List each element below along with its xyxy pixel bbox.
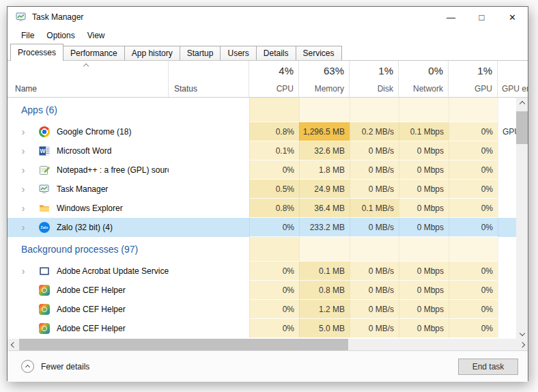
process-list: Apps (6)›Google Chrome (18)0.8%1,296.5 M… — [8, 98, 516, 339]
tab-processes[interactable]: Processes — [10, 44, 63, 61]
process-name: Adobe Acrobat Update Service (... — [57, 266, 169, 276]
column-header-status[interactable]: Status — [169, 61, 249, 97]
cpu-cell: 0% — [249, 281, 299, 300]
network-cell: 0 Mbps — [399, 319, 449, 338]
table-row[interactable]: ›Adobe CEF Helper0%5.0 MB0 MB/s0 Mbps0% — [8, 319, 516, 338]
network-cell: 0 Mbps — [399, 218, 449, 237]
tab-startup[interactable]: Startup — [180, 46, 221, 60]
gpu-engine-cell — [498, 218, 516, 237]
section-label-cell: Background processes (97) — [8, 237, 169, 262]
section-header-row[interactable]: Apps (6) — [8, 98, 516, 122]
network-cell: 0.1 Mbps — [399, 122, 449, 141]
gpu-engine-cell — [498, 199, 516, 218]
disk-cell — [350, 98, 399, 122]
close-button[interactable]: ✕ — [497, 7, 528, 27]
table-row[interactable]: ›Windows Explorer0.8%36.4 MB0.1 MB/s0 Mb… — [8, 199, 516, 218]
scroll-right-button[interactable] — [516, 339, 528, 350]
memory-cell: 1.8 MB — [299, 160, 350, 180]
expand-chevron-icon[interactable]: › — [18, 266, 28, 276]
chevron-down-icon — [519, 330, 524, 335]
minimize-button[interactable]: — — [436, 7, 466, 27]
expand-chevron-icon[interactable]: › — [18, 204, 28, 213]
memory-cell: 5.0 MB — [299, 319, 350, 338]
status-cell — [169, 237, 249, 262]
cpu-cell: 0% — [249, 262, 299, 281]
table-row[interactable]: ›Notepad++ : a free (GPL) sourc...0%1.8 … — [8, 160, 516, 180]
tab-details[interactable]: Details — [256, 46, 296, 60]
cpu-cell: 0.5% — [249, 180, 299, 199]
column-header-memory[interactable]: 63%Memory — [299, 61, 350, 97]
horizontal-scrollbar-thumb[interactable] — [19, 339, 348, 350]
cef-icon — [39, 323, 50, 334]
expand-chevron-icon[interactable]: › — [18, 223, 28, 232]
disk-cell: 0.2 MB/s — [350, 122, 399, 141]
network-cell: 0 Mbps — [399, 281, 449, 300]
disk-cell: 0 MB/s — [350, 281, 399, 300]
vertical-scrollbar-thumb[interactable] — [516, 111, 528, 144]
menu-item-options[interactable]: Options — [40, 29, 81, 42]
cpu-cell — [249, 237, 299, 262]
gpu-cell: 0% — [449, 160, 498, 180]
horizontal-scrollbar[interactable] — [8, 339, 528, 350]
gpu-engine-cell — [498, 98, 516, 122]
chevron-up-icon — [25, 365, 30, 369]
table-row[interactable]: ›WMicrosoft Word0.1%32.6 MB0 MB/s0 Mbps0… — [8, 141, 516, 160]
menu-item-view[interactable]: View — [81, 29, 111, 42]
gpu-cell — [449, 98, 498, 122]
collapse-circle-icon — [21, 360, 34, 373]
disk-cell: 0 MB/s — [350, 141, 399, 160]
network-cell: 0 Mbps — [399, 300, 449, 319]
maximize-button[interactable]: □ — [466, 7, 497, 27]
expand-chevron-icon[interactable]: › — [18, 184, 28, 194]
cpu-cell: 0% — [249, 218, 299, 237]
name-cell: ›Adobe Acrobat Update Service (... — [8, 262, 169, 281]
scroll-left-button[interactable] — [8, 339, 19, 350]
scroll-down-button[interactable] — [516, 327, 528, 339]
vertical-scrollbar[interactable] — [516, 98, 528, 339]
window-title: Task Manager — [32, 12, 436, 22]
disk-cell: 0 MB/s — [350, 319, 399, 338]
column-header-disk[interactable]: 1%Disk — [350, 61, 399, 97]
fewer-details-toggle[interactable]: Fewer details — [21, 360, 89, 373]
tab-performance[interactable]: Performance — [63, 46, 125, 60]
total-usage-percent: 4% — [279, 65, 294, 76]
name-cell: ›Windows Explorer — [8, 199, 169, 218]
gpu-engine-cell — [498, 180, 516, 199]
table-row[interactable]: ›Google Chrome (18)0.8%1,296.5 MB0.2 MB/… — [8, 122, 516, 141]
expand-chevron-icon[interactable]: › — [18, 127, 28, 137]
memory-cell — [299, 98, 350, 122]
memory-cell: 233.2 MB — [299, 218, 350, 237]
chevron-left-icon — [10, 341, 16, 347]
memory-cell: 24.9 MB — [299, 180, 350, 199]
tab-users[interactable]: Users — [220, 46, 256, 60]
menu-item-file[interactable]: File — [15, 29, 40, 42]
end-task-button[interactable]: End task — [458, 359, 518, 375]
section-header-row[interactable]: Background processes (97) — [8, 237, 516, 262]
tab-services[interactable]: Services — [296, 46, 342, 60]
column-header-gpu[interactable]: 1%GPU — [449, 61, 498, 97]
memory-cell: 0.1 MB — [299, 262, 350, 281]
expand-chevron-icon[interactable]: › — [18, 165, 28, 175]
explorer-icon — [39, 203, 50, 214]
name-cell: ›WMicrosoft Word — [8, 141, 169, 160]
column-header-gpu-engine[interactable]: GPU engine — [498, 61, 528, 97]
scroll-up-button[interactable] — [516, 98, 528, 109]
table-row[interactable]: ›Adobe CEF Helper0%0.8 MB0 MB/s0 Mbps0% — [8, 281, 516, 300]
status-cell — [169, 218, 249, 237]
table-row[interactable]: ›Adobe CEF Helper0%1.2 MB0 MB/s0 Mbps0% — [8, 300, 516, 319]
section-label: Background processes (97) — [21, 244, 138, 255]
name-cell: ›ZaloZalo (32 bit) (4) — [8, 218, 169, 237]
column-label: GPU — [475, 84, 492, 94]
table-row[interactable]: ›ZaloZalo (32 bit) (4)0%233.2 MB0 MB/s0 … — [8, 218, 516, 237]
gpu-engine-cell — [498, 141, 516, 160]
column-header-cpu[interactable]: 4%CPU — [249, 61, 299, 97]
table-row[interactable]: ›Task Manager0.5%24.9 MB0 MB/s0 Mbps0% — [8, 180, 516, 199]
expand-chevron-icon[interactable]: › — [18, 146, 28, 156]
name-cell: ›Notepad++ : a free (GPL) sourc... — [8, 160, 169, 180]
column-header-network[interactable]: 0%Network — [399, 61, 449, 97]
status-cell — [169, 122, 249, 141]
table-row[interactable]: ›Adobe Acrobat Update Service (...0%0.1 … — [8, 262, 516, 281]
cpu-cell: 0% — [249, 300, 299, 319]
gpu-engine-cell — [498, 237, 516, 262]
tab-app-history[interactable]: App history — [124, 46, 180, 60]
